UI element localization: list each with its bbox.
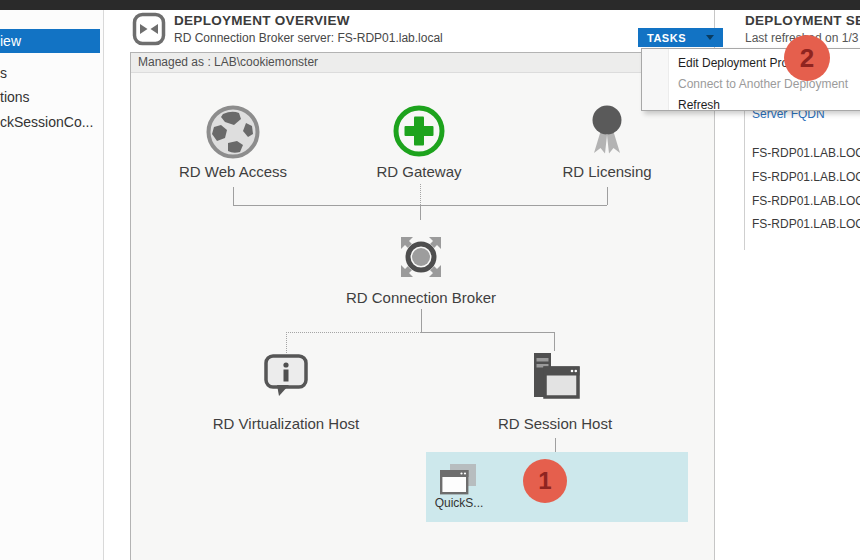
connector-line [420, 205, 421, 220]
servers-panel-title: DEPLOYMENT SERVERS [745, 13, 860, 28]
globe-icon [153, 105, 313, 159]
connector-line [233, 187, 234, 205]
deployment-overview-tile: Managed as : LAB\cookiemonster RD Web Ac… [130, 52, 715, 560]
node-label: RD Connection Broker [341, 289, 501, 307]
green-plus-icon [339, 103, 499, 159]
sidebar-item-overview[interactable]: iew [0, 29, 100, 53]
node-rd-virtualization-host[interactable]: RD Virtualization Host [206, 353, 366, 433]
connector-line [421, 332, 554, 333]
node-label: RD Licensing [527, 163, 687, 181]
sidebar-item-label: tions [0, 89, 30, 105]
rds-logo-icon [132, 12, 166, 50]
connector-line [421, 309, 422, 332]
top-bar [0, 0, 860, 10]
server-row[interactable]: FS-RDP01.LAB.LOCAL [752, 217, 860, 231]
node-rd-web-access[interactable]: RD Web Access [153, 105, 313, 181]
connector-line [555, 438, 556, 452]
connector-line [554, 332, 555, 351]
node-label: RD Gateway [339, 163, 499, 181]
menu-icon-gutter [642, 49, 669, 110]
chevron-down-icon [706, 35, 714, 40]
connector-line [607, 187, 608, 205]
server-row[interactable]: FS-RDP01.LAB.LOCAL [752, 194, 860, 208]
node-label: RD Session Host [475, 415, 635, 433]
sidebar-item-label: s [0, 65, 7, 81]
node-label: RD Virtualization Host [206, 415, 366, 433]
sidebar-item-collections[interactable]: tions [0, 87, 100, 107]
connector-line-dotted [286, 332, 421, 333]
annotation-badge-2: 2 [784, 35, 830, 81]
node-rd-gateway[interactable]: RD Gateway [339, 103, 499, 181]
server-manager-screen: iew s tions ckSessionCo... DEPLOYMENT OV… [0, 0, 860, 560]
node-rd-licensing[interactable]: RD Licensing [527, 105, 687, 181]
broker-move-arrows-icon [341, 233, 501, 281]
node-rd-session-host[interactable]: RD Session Host [475, 351, 635, 433]
tasks-button[interactable]: TASKS [638, 28, 723, 47]
server-window-icon [475, 351, 635, 399]
sidebar-item-quicksessioncollection[interactable]: ckSessionCo... [0, 112, 100, 132]
connector-line-dotted [420, 184, 421, 205]
managed-as-bar: Managed as : LAB\cookiemonster [131, 53, 714, 73]
connector-line-dotted [286, 332, 287, 353]
rds-sidebar: iew s tions ckSessionCo... [0, 10, 104, 560]
ribbon-icon [527, 105, 687, 159]
annotation-badge-1: 1 [523, 459, 567, 503]
menu-item-refresh[interactable]: Refresh [678, 95, 720, 115]
sidebar-item-label: ckSessionCo... [0, 114, 93, 130]
node-label: RD Web Access [153, 163, 313, 181]
menu-item-connect-to-another-deployment[interactable]: Connect to Another Deployment [678, 74, 848, 94]
info-bubble-icon [206, 353, 366, 399]
server-row[interactable]: FS-RDP01.LAB.LOCAL [752, 146, 860, 160]
collection-name: QuickS... [430, 496, 488, 510]
sidebar-item-servers[interactable]: s [0, 63, 100, 83]
sidebar-item-label: iew [0, 33, 21, 49]
page-title: DEPLOYMENT OVERVIEW [174, 13, 350, 28]
page-subtitle: RD Connection Broker server: FS-RDP01.la… [174, 31, 443, 45]
tasks-button-label: TASKS [647, 32, 686, 44]
node-rd-connection-broker[interactable]: RD Connection Broker [341, 233, 501, 307]
server-row[interactable]: FS-RDP01.LAB.LOCAL [752, 170, 860, 184]
server-list-border [744, 110, 745, 250]
